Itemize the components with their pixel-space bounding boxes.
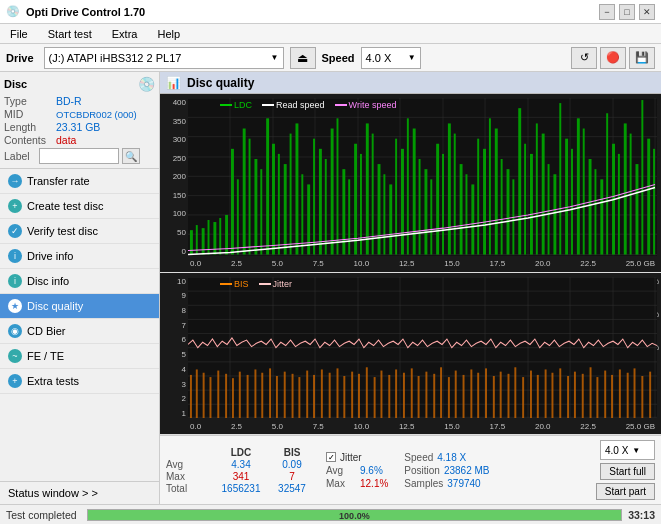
svg-rect-50 [366, 123, 369, 254]
svg-rect-128 [232, 378, 234, 418]
label-input[interactable] [39, 148, 119, 164]
svg-rect-39 [301, 174, 303, 254]
eject-button[interactable]: ⏏ [290, 47, 316, 69]
svg-rect-166 [514, 367, 516, 418]
speed-dropdown-arrow2: ▼ [632, 446, 640, 455]
svg-rect-89 [594, 169, 596, 254]
svg-rect-91 [606, 113, 608, 254]
disc-panel: Disc 💿 Type BD-R MID OTCBDR002 (000) Len… [0, 72, 159, 169]
fe-te-icon: ~ [8, 349, 22, 363]
disc-quality-label: Disc quality [27, 300, 83, 312]
svg-rect-69 [477, 139, 479, 255]
sidebar-item-disc-info[interactable]: i Disc info [0, 269, 159, 294]
svg-rect-44 [331, 128, 334, 254]
sidebar-item-fe-te[interactable]: ~ FE / TE [0, 344, 159, 369]
drive-select[interactable]: (J:) ATAPI iHBS312 2 PL17 ▼ [44, 47, 284, 69]
max-label2: Max [326, 478, 356, 489]
svg-rect-63 [442, 154, 444, 255]
svg-rect-81 [548, 164, 550, 254]
speed-select[interactable]: 4.0 X ▼ [361, 47, 421, 69]
svg-rect-177 [596, 377, 598, 418]
charts-area: 400350300250200150100500 18X16X14X12X10X… [160, 94, 661, 435]
extra-tests-icon: + [8, 374, 22, 388]
svg-rect-127 [225, 373, 227, 418]
top-chart-inner: LDC Read speed Write speed [188, 98, 657, 256]
sidebar-item-drive-info[interactable]: i Drive info [0, 244, 159, 269]
svg-rect-130 [247, 374, 249, 418]
svg-rect-143 [343, 376, 345, 418]
menu-bar: File Start test Extra Help [0, 24, 661, 44]
svg-rect-94 [624, 123, 627, 254]
menu-extra[interactable]: Extra [106, 27, 144, 41]
svg-rect-179 [611, 374, 613, 418]
sidebar-item-create-test-disc[interactable]: + Create test disc [0, 194, 159, 219]
svg-rect-97 [641, 100, 643, 255]
toolbar-btn-2[interactable]: 🔴 [600, 47, 626, 69]
app-title: Opti Drive Control 1.70 [26, 6, 145, 18]
label-search-button[interactable]: 🔍 [122, 148, 140, 164]
jitter-checkbox[interactable]: ✓ [326, 452, 336, 462]
start-part-button[interactable]: Start part [596, 483, 655, 500]
top-chart-y-axis: 400350300250200150100500 [160, 98, 188, 256]
toolbar-btn-3[interactable]: 💾 [629, 47, 655, 69]
svg-rect-42 [319, 149, 322, 255]
top-chart-legend: LDC Read speed Write speed [220, 100, 396, 110]
svg-rect-182 [634, 368, 636, 418]
start-full-button[interactable]: Start full [600, 463, 655, 480]
sidebar-item-extra-tests[interactable]: + Extra tests [0, 369, 159, 394]
drive-dropdown-arrow: ▼ [271, 53, 279, 62]
svg-rect-154 [425, 371, 427, 418]
sidebar-item-transfer-rate[interactable]: → Transfer rate [0, 169, 159, 194]
svg-rect-86 [577, 118, 580, 254]
bottom-chart-y-axis: 10987654321 [160, 277, 188, 418]
svg-rect-139 [313, 374, 315, 418]
svg-rect-41 [313, 139, 315, 255]
content-area: 📊 Disc quality 400350300250200150100500 … [160, 72, 661, 504]
svg-rect-87 [583, 128, 585, 254]
transfer-rate-label: Transfer rate [27, 175, 90, 187]
sidebar-item-disc-quality[interactable]: ★ Disc quality [0, 294, 159, 319]
svg-rect-157 [448, 377, 450, 418]
speed-dropdown[interactable]: 4.0 X ▼ [600, 440, 655, 460]
create-test-disc-label: Create test disc [27, 200, 103, 212]
svg-rect-176 [590, 367, 592, 418]
svg-rect-77 [524, 144, 526, 255]
avg-jitter: 9.6% [360, 465, 383, 476]
svg-rect-159 [463, 374, 465, 418]
mid-label: MID [4, 108, 56, 120]
svg-rect-151 [403, 372, 405, 418]
sidebar-item-verify-test-disc[interactable]: ✓ Verify test disc [0, 219, 159, 244]
disc-info-label: Disc info [27, 275, 69, 287]
status-window-label: Status window > > [8, 487, 98, 499]
maximize-button[interactable]: □ [619, 4, 635, 20]
svg-rect-145 [358, 373, 360, 418]
svg-rect-161 [477, 372, 479, 418]
status-window-link[interactable]: Status window > > [0, 481, 159, 504]
bottom-chart: 10987654321 20%16%12%8%4% BIS Jitter [160, 273, 661, 435]
toolbar-btn-1[interactable]: ↺ [571, 47, 597, 69]
main-layout: Disc 💿 Type BD-R MID OTCBDR002 (000) Len… [0, 72, 661, 504]
svg-rect-123 [196, 369, 198, 418]
menu-help[interactable]: Help [151, 27, 186, 41]
menu-start-test[interactable]: Start test [42, 27, 98, 41]
svg-rect-37 [290, 134, 292, 255]
svg-rect-22 [202, 228, 205, 254]
svg-rect-153 [418, 376, 420, 418]
svg-rect-27 [231, 149, 234, 255]
status-time: 33:13 [628, 509, 655, 521]
menu-file[interactable]: File [4, 27, 34, 41]
svg-rect-146 [366, 367, 368, 418]
svg-rect-171 [551, 372, 553, 418]
svg-rect-62 [436, 144, 439, 255]
stats-panel: LDC BIS Avg 4.34 0.09 Max 341 7 Total [160, 435, 661, 504]
svg-rect-165 [508, 373, 510, 418]
sidebar-item-cd-bier[interactable]: ◉ CD Bier [0, 319, 159, 344]
minimize-button[interactable]: − [599, 4, 615, 20]
progress-bar: 100.0% [87, 509, 623, 521]
svg-rect-122 [190, 374, 192, 418]
close-button[interactable]: ✕ [639, 4, 655, 20]
svg-rect-52 [378, 164, 381, 254]
cd-bier-icon: ◉ [8, 324, 22, 338]
svg-rect-71 [489, 118, 491, 254]
svg-rect-90 [600, 179, 603, 254]
